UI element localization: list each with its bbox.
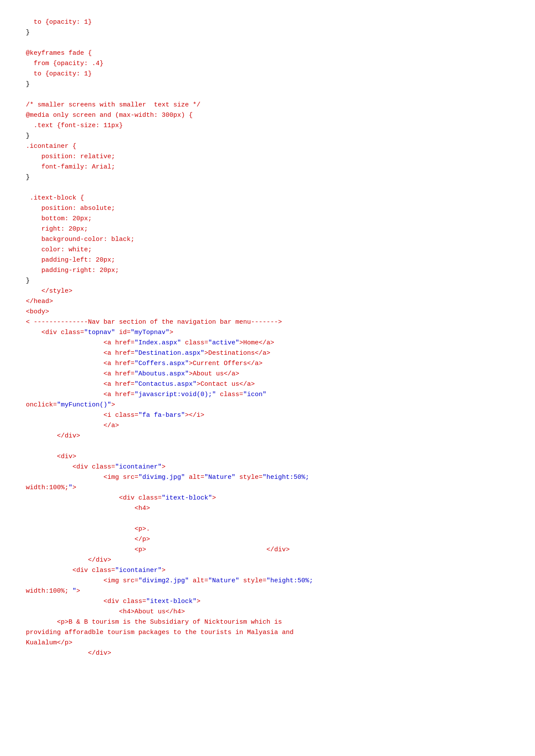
code-line: <p> </div> [26, 545, 518, 555]
code-line: .text {font-size: 11px} [26, 121, 518, 131]
code-line [26, 90, 518, 100]
code-line: <div class="itext-block"> [26, 597, 518, 607]
code-line: <img src="divimg.jpg" alt="Nature" style… [26, 472, 518, 483]
code-line: .icontainer { [26, 141, 518, 152]
code-line: <a href="Contactus.aspx">Contact us</a> [26, 379, 518, 390]
code-line: position: absolute; [26, 203, 518, 214]
code-line: /* smaller screens with smaller text siz… [26, 100, 518, 110]
code-line: <img src="divimg2.jpg" alt="Nature" styl… [26, 576, 518, 586]
code-line: < --------------Nav bar section of the n… [26, 317, 518, 328]
code-line: } [26, 79, 518, 90]
code-editor: to {opacity: 1}} @keyframes fade {from {… [0, 0, 535, 756]
code-line: </div> [26, 555, 518, 565]
code-line: bottom: 20px; [26, 214, 518, 224]
code-line: <i class="fa fa-bars"></i> [26, 410, 518, 421]
code-line: </a> [26, 421, 518, 431]
code-line: providing afforadble tourism packages to… [26, 628, 518, 638]
code-line: } [26, 172, 518, 183]
code-line: </p> [26, 534, 518, 545]
code-line: <div class="topnav" id="myTopnav"> [26, 328, 518, 338]
code-line: to {opacity: 1} [26, 69, 518, 79]
code-line: @media only screen and (max-width: 300px… [26, 110, 518, 121]
code-line: Kualalum</p> [26, 638, 518, 648]
code-line: </head> [26, 297, 518, 307]
code-line: </div> [26, 431, 518, 441]
code-line: <p>. [26, 524, 518, 534]
code-line: <body> [26, 307, 518, 317]
code-line: <p>B & B tourism is the Subsidiary of Ni… [26, 617, 518, 628]
code-line: width:100%;"> [26, 483, 518, 493]
code-line: } [26, 131, 518, 141]
code-line: width:100%; "> [26, 586, 518, 597]
code-line: <div class="icontainer"> [26, 462, 518, 472]
code-line [26, 183, 518, 193]
code-line [26, 441, 518, 452]
code-line: } [26, 28, 518, 38]
code-line: <a href="Coffers.aspx">Current Offers</a… [26, 359, 518, 369]
code-line: from {opacity: .4} [26, 59, 518, 69]
code-line: padding-right: 20px; [26, 266, 518, 276]
code-line: <div class="icontainer"> [26, 565, 518, 576]
code-line [26, 514, 518, 524]
code-line: color: white; [26, 245, 518, 255]
code-line [26, 38, 518, 48]
code-line: } [26, 276, 518, 286]
code-line: </div> [26, 648, 518, 659]
code-line: position: relative; [26, 152, 518, 162]
code-line: padding-left: 20px; [26, 255, 518, 266]
code-line: <a href="Index.aspx" class="active">Home… [26, 338, 518, 348]
code-line: </style> [26, 286, 518, 297]
code-content: to {opacity: 1}} @keyframes fade {from {… [26, 17, 518, 659]
code-line: font-family: Arial; [26, 162, 518, 172]
code-line: to {opacity: 1} [26, 17, 518, 28]
code-line: .itext-block { [26, 193, 518, 203]
code-line: @keyframes fade { [26, 48, 518, 59]
code-line: <a href="javascript:void(0);" class="ico… [26, 390, 518, 400]
code-line: background-color: black; [26, 234, 518, 245]
code-line: onclick="myFunction()"> [26, 400, 518, 410]
code-line: <a href="Destination.aspx">Destinations<… [26, 348, 518, 359]
code-line: right: 20px; [26, 224, 518, 234]
code-line: <h4> [26, 503, 518, 514]
code-line: <h4>About us</h4> [26, 607, 518, 617]
code-line: <div> [26, 452, 518, 462]
code-line: <div class="itext-block"> [26, 493, 518, 503]
code-line: <a href="Aboutus.aspx">About us</a> [26, 369, 518, 379]
